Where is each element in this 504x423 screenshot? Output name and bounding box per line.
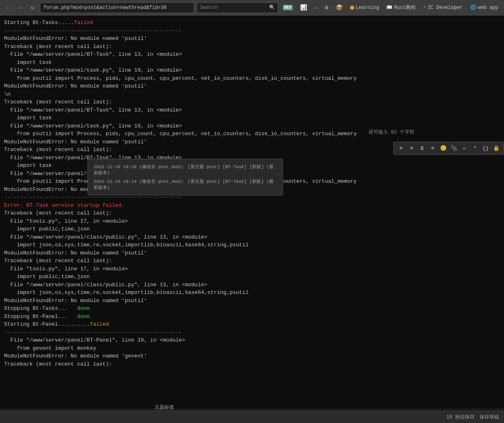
line-err-2: ModuleNotFoundError: No module named 'ps… — [4, 82, 500, 90]
align-right-btn[interactable]: ≣ — [417, 144, 427, 153]
theme-label-text: 主题标签 — [155, 405, 174, 410]
line-import-pub-2: import public,time,json — [4, 273, 500, 281]
line-tools-1: File "tools.py", line 17, in <module> — [4, 217, 500, 226]
bookmark-back-icon: ← — [314, 4, 318, 11]
line-pub-file-2: File "/www/server/panel/class/public.py"… — [4, 281, 500, 289]
bookmark-rust-icon: 📖 — [386, 4, 392, 11]
failed-text-1: failed — [74, 20, 93, 26]
bookmark-webapp[interactable]: 🌐 web app — [468, 4, 501, 11]
line-starting: Starting Bt-Tasks.....failed — [4, 19, 500, 27]
bookmark-ic-label: IC Developer — [427, 5, 462, 11]
search-icon: 🔍 — [269, 4, 275, 11]
bookmark-webapp-icon: 🌐 — [470, 4, 476, 11]
save-draft-link[interactable]: 保存草稿 — [480, 414, 499, 421]
emoji-btn[interactable]: 😊 — [438, 144, 448, 153]
line-from-psutil-1: from psutil import Process, pids, cpu_co… — [4, 75, 500, 83]
line-err-6: ModuleNotFoundError: No module named 'ps… — [4, 297, 500, 305]
line-import-json-1: import json,os,sys,time,re,socket,import… — [4, 241, 500, 249]
url-bar[interactable]: forum.php?mod=post&action=newthread&fid=… — [40, 2, 194, 13]
line-err-gevent: ModuleNotFoundError: No module named 'ge… — [4, 352, 500, 360]
terminal-output: Starting Bt-Tasks.....failed -----------… — [0, 15, 504, 408]
url-text: forum.php?mod=post&action=newthread&fid=… — [44, 5, 167, 11]
bookmark-ic[interactable]: ⚡ IC Developer — [421, 4, 465, 11]
sep-3: ----------------------------------------… — [4, 329, 500, 337]
bookmark-learning-label: Learning — [356, 5, 379, 11]
line-err-5: ModuleNotFoundError: No module named 'ps… — [4, 249, 500, 257]
bookmark-rust-label: Rust教程 — [394, 4, 416, 11]
line-gevent-import: from gevent import monkey — [4, 344, 500, 353]
reload-button[interactable]: ↻ — [28, 3, 37, 13]
code-btn[interactable]: {} — [481, 144, 491, 153]
line-start-panel: Starting Bt-Panel..........failed — [4, 320, 500, 329]
line-newline: \n — [4, 90, 500, 99]
bookmark-github-icon: ⚙ — [325, 4, 328, 11]
line-file-4: File "/www/server/panel/task.py", line 1… — [4, 122, 500, 130]
browser-nav-bar: ← → ↻ forum.php?mod=post&action=newthrea… — [0, 0, 504, 15]
line-import-json-2: import json,os,sys,time,re,socket,import… — [4, 289, 500, 297]
dropdown-item-1-text: 2021-12-16 16:18 (修改后 post_mod): [新主题 po… — [94, 164, 274, 175]
attach-btn[interactable]: 📎 — [449, 144, 459, 153]
line-btpanel-file: File "/www/server/panel/BT-Panel", line … — [4, 336, 500, 344]
bookmark-learning-dot — [350, 6, 354, 10]
sep-1: ----------------------------------------… — [4, 27, 500, 35]
line-err-1: ModuleNotFoundError: No module named 'ps… — [4, 35, 500, 43]
line-pub-file-1: File "/www/server/panel/class/public.py"… — [4, 233, 500, 241]
line-import-task-2: import task — [4, 114, 500, 122]
bookmark-box[interactable]: 📦 — [333, 3, 345, 12]
align-justify-btn[interactable]: ≡ — [428, 144, 438, 153]
bookmark-dev-icon: DEV — [283, 5, 293, 10]
search-box[interactable]: Search 🔍 — [197, 2, 278, 13]
theme-label: 主题标签 — [155, 404, 174, 411]
dropdown-item-1[interactable]: 2021-12-16 16:18 (修改后 post_mod): [新主题 po… — [91, 162, 279, 177]
dropdown-item-2-text: 2021-12-16 16:14 (修改后 post_mod): [新主题 po… — [94, 179, 274, 190]
align-center-btn[interactable]: ≡ — [407, 144, 416, 153]
line-from-psutil-2: from psutil import Process, pids, cpu_co… — [4, 130, 500, 138]
bookmark-chart[interactable]: 📊 — [298, 3, 309, 12]
error-bttask: Error: BT-Task service startup failed. — [4, 202, 500, 210]
align-left-btn[interactable]: ≡ — [396, 144, 406, 153]
line-file-1: File "/www/server/panel/BT-Task", line 1… — [4, 50, 500, 59]
quote-btn[interactable]: " — [470, 144, 480, 153]
line-tb-6: Traceback (most recent call last): — [4, 360, 500, 368]
bookmark-box-icon: 📦 — [336, 4, 343, 11]
line-tools-2: File "tools.py", line 17, in <module> — [4, 265, 500, 273]
save-status: 10 秒后保存 — [446, 414, 475, 421]
bookmark-dev[interactable]: DEV — [280, 4, 295, 11]
char-counter: 还可输入 62 个字符 — [368, 129, 414, 136]
line-file-3: File "/www/server/panel/BT-Task", line 1… — [4, 106, 500, 114]
editor-toolbar: ≡ ≡ ≣ ≡ 😊 📎 ✏ " {} 🔒 — [393, 142, 504, 155]
bookmark-chart-icon: 📊 — [300, 4, 307, 11]
dropdown-item-2[interactable]: 2021-12-16 16:14 (修改后 post_mod): [新主题 po… — [91, 177, 279, 192]
search-text: Search — [200, 5, 218, 11]
back-button[interactable]: ← — [3, 3, 13, 13]
bookmark-learning[interactable]: Learning — [348, 4, 382, 11]
line-import-task-1: import task — [4, 59, 500, 67]
edit-btn[interactable]: ✏ — [460, 144, 469, 153]
bookmark-github[interactable]: ⚙ — [322, 3, 331, 12]
line-stop-tasks: Stopping Bt-Tasks... done — [4, 305, 500, 313]
line-tb-1: Traceback (most recent call last): — [4, 43, 500, 51]
bookmark-rust[interactable]: 📖 Rust教程 — [384, 3, 418, 12]
bookmark-back[interactable]: ← — [312, 4, 320, 12]
line-import-pub-1: import public,time,json — [4, 225, 500, 233]
bookmark-webapp-label: web app — [478, 5, 498, 11]
lock-btn[interactable]: 🔒 — [491, 144, 501, 153]
bookmark-ic-icon: ⚡ — [423, 4, 426, 11]
line-stop-panel: Stopping Bt-Panel... done — [4, 313, 500, 321]
bottom-bar: 10 秒后保存 保存草稿 — [0, 411, 504, 423]
line-tb-5: Traceback (most recent call last): — [4, 257, 500, 265]
line-file-2: File "/www/server/panel/task.py", line 1… — [4, 66, 500, 75]
forward-button[interactable]: → — [15, 3, 25, 13]
char-counter-text: 还可输入 62 个字符 — [368, 129, 414, 135]
line-tb-4: Traceback (most recent call last): — [4, 209, 500, 217]
line-tb-2: Traceback (most recent call last): — [4, 98, 500, 106]
history-dropdown: 2021-12-16 16:18 (修改后 post_mod): [新主题 po… — [88, 159, 283, 195]
